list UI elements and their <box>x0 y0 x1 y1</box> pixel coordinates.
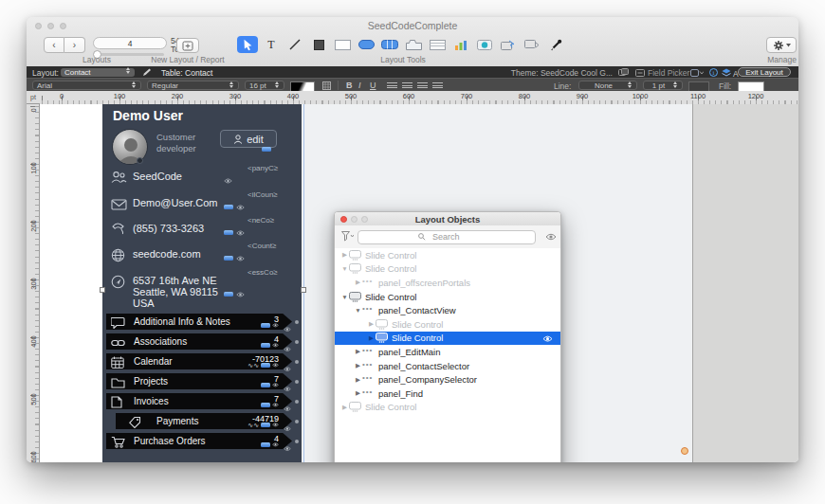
tool-eyedropper[interactable] <box>545 36 566 53</box>
bold-button[interactable]: B <box>346 81 353 90</box>
tree-item-4[interactable]: ▼ ••• panel_ContactView <box>335 303 560 317</box>
line-label: Line: <box>554 81 571 91</box>
tree-item-0[interactable]: ▶ Slide Control <box>335 248 560 262</box>
tree-item-9[interactable]: ▶ ••• panel_CompanySelector <box>335 372 560 387</box>
align-right-icon[interactable] <box>417 82 428 90</box>
align-left-icon[interactable] <box>387 82 397 90</box>
sidebar-nav-purchase-orders[interactable]: Purchase Orders 4 <box>102 433 302 449</box>
sidebar-nav-projects[interactable]: Projects 7 <box>102 373 302 389</box>
theme-label[interactable]: Theme: SeedCode Cool G... <box>501 68 613 78</box>
align-center-icon[interactable] <box>402 82 412 90</box>
contact-name[interactable]: Demo User <box>113 108 183 123</box>
tree-item-11[interactable]: ▶ Slide Control <box>335 401 560 415</box>
next-layout-button[interactable]: › <box>64 37 85 53</box>
line-color-swatch[interactable] <box>688 81 709 92</box>
text-color-swatch[interactable] <box>290 81 315 92</box>
italic-button[interactable]: I <box>358 81 361 90</box>
new-layout-button[interactable] <box>176 38 199 53</box>
tool-select[interactable] <box>237 36 258 53</box>
contact-role-2[interactable]: developer <box>156 143 196 153</box>
tool-part[interactable] <box>522 36 542 53</box>
chevron-right-icon[interactable]: ▶ <box>354 348 362 355</box>
field-value[interactable]: Demo@User.Com <box>133 197 217 208</box>
tool-portal[interactable] <box>427 36 448 53</box>
tool-shape[interactable] <box>308 36 329 53</box>
tool-text[interactable]: T <box>261 36 282 53</box>
layout-select[interactable]: Contact <box>61 68 135 77</box>
chevron-down-icon[interactable]: ▼ <box>340 294 349 300</box>
canvas-corner-badge[interactable] <box>681 447 688 455</box>
manage-gear-button[interactable] <box>766 37 797 53</box>
chevron-right-icon[interactable]: ▶ <box>340 404 349 411</box>
tree-item-2[interactable]: ▶ ••• panel_offscreenPortals <box>335 276 560 290</box>
tool-field-drag[interactable] <box>498 36 519 53</box>
sidebar-nav-invoices[interactable]: Invoices 7 <box>102 393 302 409</box>
horizontal-ruler[interactable]: 0100200300400500600700800900100011001200… <box>27 91 798 105</box>
font-family-select[interactable]: Arial <box>32 81 141 90</box>
chevron-right-icon[interactable]: ▶ <box>354 376 362 384</box>
chevron-right-icon[interactable]: ▶ <box>354 362 362 369</box>
underline-button[interactable]: U <box>370 81 376 90</box>
line-weight-select[interactable]: 1 pt <box>643 81 683 90</box>
theme-icon[interactable] <box>618 68 629 77</box>
field-picker-icon[interactable] <box>635 69 645 77</box>
contact-role[interactable]: Customer <box>156 132 195 142</box>
screen-size-icon[interactable] <box>690 69 704 77</box>
field-value[interactable]: SeedCode <box>133 171 182 182</box>
tree-item-5[interactable]: ▶ Slide Control <box>335 317 560 332</box>
tool-tab-control[interactable] <box>403 36 424 53</box>
chevron-down-icon[interactable]: ▼ <box>354 307 362 314</box>
field-picker-label[interactable]: Field Picker <box>648 68 689 78</box>
tool-button-bar[interactable] <box>379 36 400 53</box>
info-icon[interactable]: i <box>709 68 718 77</box>
tree-item-8[interactable]: ▶ ••• panel_ContactSelector <box>335 359 560 373</box>
tree-item-7[interactable]: ▶ ••• panel_EditMain <box>335 345 560 359</box>
tree-item-3[interactable]: ▼ Slide Control <box>335 290 560 304</box>
contact-sidebar[interactable]: Demo User Customer developer edit SeedCo… <box>102 104 302 462</box>
field-value[interactable]: 6537 16th Ave NESeattle, WA 98115USA <box>133 275 218 309</box>
layout-number-box[interactable]: 4 <box>93 37 167 49</box>
edit-layout-pencil-icon[interactable] <box>142 68 152 77</box>
selection-handle-right[interactable] <box>301 287 306 293</box>
tree-item-10[interactable]: ▶ ••• panel_Find <box>335 387 560 401</box>
chevron-down-icon[interactable]: ▼ <box>340 265 349 272</box>
eye-icon[interactable] <box>545 233 557 241</box>
sidebar-nav-calendar[interactable]: Calendar -70123 ∿∿ <box>102 353 302 369</box>
sidebar-nav-additional-info-notes[interactable]: Additional Info & Notes 3 <box>102 314 302 330</box>
canvas-left-margin[interactable] <box>40 104 102 462</box>
fill-color-swatch[interactable] <box>738 81 764 92</box>
vertical-ruler[interactable]: 0100200300400500600 <box>27 104 40 462</box>
tool-line[interactable] <box>284 36 305 53</box>
eye-icon[interactable] <box>542 334 553 345</box>
tool-field-box[interactable] <box>332 36 353 53</box>
tool-chart[interactable] <box>450 36 471 53</box>
globe-icon <box>111 248 125 266</box>
tree-item-label: Slide Control <box>392 319 443 330</box>
field-value[interactable]: (855) 733-3263 <box>133 223 204 234</box>
chevron-right-icon[interactable]: ▶ <box>354 389 362 397</box>
font-size-stepper[interactable]: 16 pt <box>245 81 284 90</box>
exit-layout-button[interactable]: Exit Layout <box>738 67 791 77</box>
chevron-right-icon[interactable]: ▶ <box>354 279 362 286</box>
field-value[interactable]: seedcode.com <box>133 248 201 260</box>
align-justify-icon[interactable] <box>432 82 443 90</box>
font-style-select[interactable]: Regular <box>147 81 239 90</box>
chevron-right-icon[interactable]: ▶ <box>367 334 376 342</box>
chevron-right-icon[interactable]: ▶ <box>340 251 349 259</box>
tool-button[interactable] <box>356 36 376 53</box>
pattern-grid-icon[interactable] <box>322 81 331 90</box>
selection-handle-left[interactable] <box>100 287 105 293</box>
tree-item-1[interactable]: ▼ Slide Control <box>335 262 560 277</box>
edit-button[interactable]: edit <box>220 130 277 148</box>
sidebar-nav-associations[interactable]: Associations 4 <box>102 333 302 350</box>
chevron-right-icon[interactable]: ▶ <box>367 320 376 328</box>
tool-popover[interactable] <box>474 36 495 53</box>
sidebar-nav-payments[interactable]: Payments -44719 ∿∿ <box>102 413 302 429</box>
search-input[interactable] <box>358 230 536 244</box>
filter-funnel-icon[interactable] <box>341 231 354 243</box>
slide-indicator-icon <box>261 343 270 348</box>
tree-item-6[interactable]: ▶ Slide Control <box>335 332 560 346</box>
previous-layout-button[interactable]: ‹ <box>44 37 64 53</box>
line-style-select[interactable]: None <box>578 81 637 90</box>
layers-icon[interactable] <box>722 68 731 77</box>
